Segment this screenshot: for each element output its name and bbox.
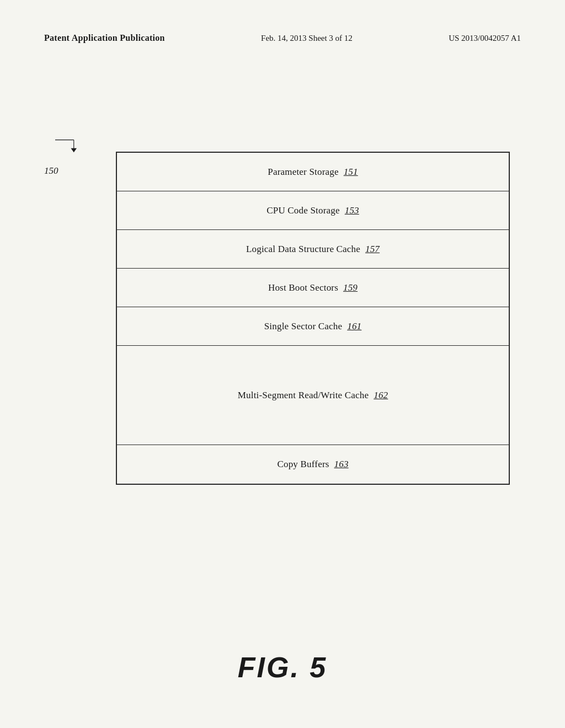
header-publication-type: Patent Application Publication bbox=[44, 33, 165, 43]
row-logical-data-structure-cache: Logical Data Structure Cache 157 bbox=[117, 230, 509, 269]
row-copy-buffers: Copy Buffers 163 bbox=[117, 445, 509, 484]
row-host-boot-sectors-text: Host Boot Sectors 159 bbox=[268, 282, 358, 293]
main-diagram-box: Parameter Storage 151 CPU Code Storage 1… bbox=[116, 152, 510, 485]
svg-marker-2 bbox=[71, 148, 77, 153]
row-single-sector-cache: Single Sector Cache 161 bbox=[117, 307, 509, 346]
row-multi-segment-cache: Multi-Segment Read/Write Cache 162 bbox=[117, 346, 509, 445]
header-patent-number: US 2013/0042057 A1 bbox=[449, 34, 521, 43]
page-header: Patent Application Publication Feb. 14, … bbox=[0, 33, 565, 43]
row-parameter-storage: Parameter Storage 151 bbox=[117, 153, 509, 191]
row-single-sector-cache-text: Single Sector Cache 161 bbox=[264, 321, 362, 332]
header-date-sheet: Feb. 14, 2013 Sheet 3 of 12 bbox=[261, 34, 353, 43]
row-copy-buffers-text: Copy Buffers 163 bbox=[277, 459, 348, 470]
row-multi-segment-cache-text: Multi-Segment Read/Write Cache 162 bbox=[238, 390, 388, 401]
row-cpu-code-storage: CPU Code Storage 153 bbox=[117, 191, 509, 230]
ref-150-arrow-icon bbox=[55, 137, 88, 153]
row-logical-data-structure-cache-text: Logical Data Structure Cache 157 bbox=[246, 244, 380, 255]
row-cpu-code-storage-text: CPU Code Storage 153 bbox=[266, 205, 359, 216]
ref-150-label: 150 bbox=[44, 165, 58, 176]
figure-label: FIG. 5 bbox=[0, 651, 565, 684]
row-parameter-storage-text: Parameter Storage 151 bbox=[268, 167, 358, 178]
page-container: Patent Application Publication Feb. 14, … bbox=[0, 0, 565, 728]
row-host-boot-sectors: Host Boot Sectors 159 bbox=[117, 269, 509, 307]
